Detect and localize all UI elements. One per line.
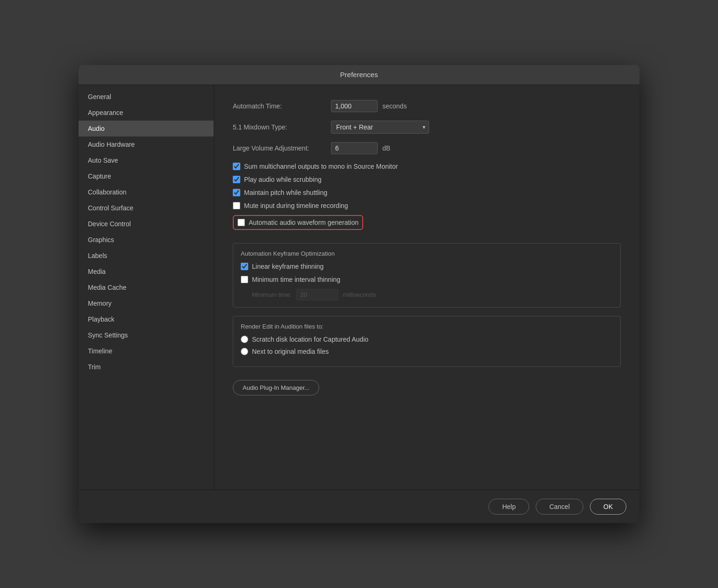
automatch-time-label: Automatch Time: [233,102,326,110]
automatch-time-row: Automatch Time: seconds [233,100,621,112]
render-edit-title: Render Edit in Audition files to: [241,323,613,330]
linear-thinning-checkbox[interactable] [241,263,248,270]
sidebar-item-sync-settings[interactable]: Sync Settings [79,327,214,343]
sidebar-item-capture[interactable]: Capture [79,168,214,184]
play-scrubbing-text: Play audio while scrubbing [244,176,322,183]
mixdown-type-label: 5.1 Mixdown Type: [233,123,326,131]
dialog-body: GeneralAppearanceAudioAudio HardwareAuto… [79,85,639,490]
keyframe-optimization-section: Automation Keyframe Optimization Linear … [233,243,621,308]
dialog-title: Preferences [340,71,378,79]
min-interval-checkbox[interactable] [241,276,248,283]
sidebar-item-timeline[interactable]: Timeline [79,343,214,359]
dialog-footer: Help Cancel OK [79,490,639,523]
min-time-row: Minimum time: milliseconds [241,289,613,301]
sidebar-item-graphics[interactable]: Graphics [79,232,214,248]
maintain-pitch-text: Maintain pitch while shuttling [244,189,327,196]
sum-multichannel-text: Sum multichannel outputs to mono in Sour… [244,163,398,170]
help-button[interactable]: Help [488,499,529,515]
original-media-radio[interactable] [241,348,248,355]
sidebar-item-auto-save[interactable]: Auto Save [79,152,214,168]
sidebar-item-collaboration[interactable]: Collaboration [79,184,214,200]
sidebar-item-appearance[interactable]: Appearance [79,105,214,121]
mute-input-checkbox[interactable] [233,202,240,209]
scratch-disk-row: Scratch disk location for Captured Audio [241,336,613,343]
play-scrubbing-row: Play audio while scrubbing [233,176,621,183]
volume-adjustment-unit: dB [382,144,390,152]
keyframe-optimization-title: Automation Keyframe Optimization [241,250,613,257]
sidebar-item-playback[interactable]: Playback [79,311,214,327]
sidebar-item-labels[interactable]: Labels [79,248,214,264]
sum-multichannel-checkbox[interactable] [233,163,240,170]
linear-thinning-label[interactable]: Linear keyframe thinning [241,263,323,270]
preferences-dialog: Preferences GeneralAppearanceAudioAudio … [79,65,639,523]
play-scrubbing-label[interactable]: Play audio while scrubbing [233,176,322,183]
min-time-label: Minimum time: [252,291,292,298]
sidebar-item-media[interactable]: Media [79,264,214,280]
volume-adjustment-row: Large Volume Adjustment: dB [233,142,621,154]
maintain-pitch-label[interactable]: Maintain pitch while shuttling [233,189,327,196]
mute-input-label[interactable]: Mute input during timeline recording [233,202,348,209]
min-interval-row: Minimum time interval thinning [241,276,613,283]
automatch-time-unit: seconds [382,102,407,110]
play-scrubbing-checkbox[interactable] [233,176,240,183]
min-time-unit: milliseconds [343,291,376,298]
scratch-disk-label[interactable]: Scratch disk location for Captured Audio [252,336,368,343]
mute-input-text: Mute input during timeline recording [244,202,348,209]
mute-input-row: Mute input during timeline recording [233,202,621,209]
maintain-pitch-checkbox[interactable] [233,189,240,196]
sidebar-item-device-control[interactable]: Device Control [79,216,214,232]
automatch-time-input[interactable] [331,100,378,112]
sidebar-item-general[interactable]: General [79,89,214,105]
sidebar-item-memory[interactable]: Memory [79,295,214,311]
min-interval-text: Minimum time interval thinning [252,276,340,283]
min-time-input [296,289,338,301]
sidebar-item-audio[interactable]: Audio [79,121,214,136]
maintain-pitch-row: Maintain pitch while shuttling [233,189,621,196]
auto-waveform-label[interactable]: Automatic audio waveform generation [237,219,359,226]
sidebar-item-trim[interactable]: Trim [79,359,214,375]
sidebar-item-control-surface[interactable]: Control Surface [79,200,214,216]
auto-waveform-checkbox[interactable] [237,219,245,226]
cancel-button[interactable]: Cancel [536,499,583,515]
original-media-label[interactable]: Next to original media files [252,348,329,355]
sidebar-item-media-cache[interactable]: Media Cache [79,280,214,295]
title-bar: Preferences [79,65,639,85]
auto-waveform-row: Automatic audio waveform generation [233,215,363,230]
volume-adjustment-input[interactable] [331,142,378,154]
mixdown-type-dropdown[interactable]: Front + Rear Front Rear Dolby DTS [331,121,429,134]
sum-multichannel-label[interactable]: Sum multichannel outputs to mono in Sour… [233,163,398,170]
linear-thinning-text: Linear keyframe thinning [252,263,323,270]
auto-waveform-text: Automatic audio waveform generation [249,219,359,226]
sum-multichannel-row: Sum multichannel outputs to mono in Sour… [233,163,621,170]
auto-waveform-highlighted-container: Automatic audio waveform generation [233,215,621,236]
sidebar: GeneralAppearanceAudioAudio HardwareAuto… [79,85,214,490]
render-edit-section: Render Edit in Audition files to: Scratc… [233,316,621,367]
volume-adjustment-label: Large Volume Adjustment: [233,144,326,152]
mixdown-dropdown-wrapper: Front + Rear Front Rear Dolby DTS [331,121,429,134]
audio-plugin-manager-button[interactable]: Audio Plug-In Manager... [233,380,319,395]
sidebar-item-audio-hardware[interactable]: Audio Hardware [79,136,214,152]
scratch-disk-radio[interactable] [241,336,248,343]
linear-thinning-row: Linear keyframe thinning [241,263,613,270]
content-area: Automatch Time: seconds 5.1 Mixdown Type… [214,85,639,490]
min-interval-label[interactable]: Minimum time interval thinning [241,276,340,283]
ok-button[interactable]: OK [590,499,626,515]
mixdown-type-row: 5.1 Mixdown Type: Front + Rear Front Rea… [233,121,621,134]
original-media-row: Next to original media files [241,348,613,355]
